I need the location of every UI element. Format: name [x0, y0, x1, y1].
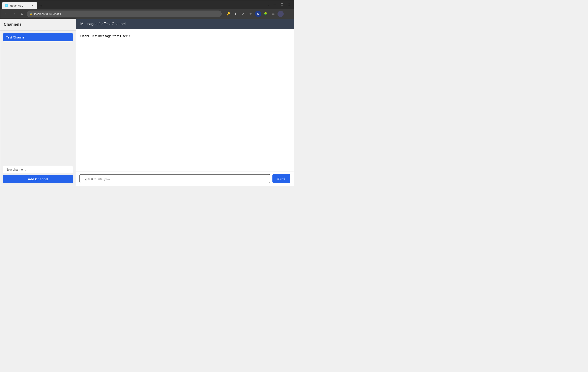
add-channel-button[interactable]: Add Channel [3, 175, 73, 183]
message-input[interactable] [79, 174, 270, 183]
app-content: Channels Test Channel Add Channel Messag… [0, 19, 294, 186]
back-button[interactable]: ← [3, 11, 9, 17]
message-item: User1: Test message from User1! [80, 33, 289, 39]
new-channel-input[interactable] [3, 166, 73, 173]
new-tab-button[interactable]: + [38, 3, 44, 9]
browser-actions: 🔑 ⬇ ↗ ☆ S 🧩 ▭ ⋮ [225, 11, 291, 17]
send-button[interactable]: Send [273, 174, 290, 183]
extension-shield-icon[interactable]: S [255, 11, 261, 17]
window-controls: ⌄ — ❐ ✕ [268, 1, 292, 8]
browser-window: ⚛ React App ✕ + ⌄ — ❐ ✕ ← → ↻ 🔒 localhos… [0, 0, 294, 186]
chat-area: Messages for Test Channel User1: Test me… [76, 19, 294, 186]
bookmark-icon[interactable]: ☆ [248, 11, 254, 17]
profile-avatar[interactable] [277, 11, 284, 17]
sidebar: Channels Test Channel Add Channel [0, 19, 76, 186]
lock-icon: 🔒 [30, 12, 33, 15]
puzzle-icon[interactable]: 🧩 [262, 11, 269, 17]
channel-name: Test Channel [6, 35, 25, 39]
channel-item-test[interactable]: Test Channel [3, 33, 73, 41]
tab-close-button[interactable]: ✕ [31, 3, 34, 8]
active-tab[interactable]: ⚛ React App ✕ [2, 2, 37, 9]
message-sender: User1 [80, 34, 90, 38]
key-icon[interactable]: 🔑 [225, 11, 231, 17]
download-icon[interactable]: ⬇ [233, 11, 239, 17]
url-text: localhost:3000/chat/1 [34, 12, 61, 16]
channel-list: Test Channel [0, 30, 76, 163]
reload-button[interactable]: ↻ [19, 11, 25, 17]
minimize-button[interactable]: — [272, 1, 278, 8]
tab-title: React App [10, 4, 29, 7]
tab-dropdown-icon[interactable]: ⌄ [268, 3, 270, 6]
tab-favicon: ⚛ [5, 4, 8, 7]
url-bar[interactable]: 🔒 localhost:3000/chat/1 [27, 10, 222, 17]
address-bar: ← → ↻ 🔒 localhost:3000/chat/1 🔑 ⬇ ↗ ☆ S … [0, 9, 294, 19]
tab-bar: ⚛ React App ✕ + [2, 0, 44, 9]
message-input-area: Send [76, 171, 294, 186]
close-button[interactable]: ✕ [286, 1, 292, 8]
sidebar-footer: Add Channel [0, 163, 76, 186]
messages-list: User1: Test message from User1! [76, 29, 294, 171]
message-text: : Test message from User1! [90, 34, 130, 38]
share-icon[interactable]: ↗ [240, 11, 246, 17]
restore-button[interactable]: ❐ [279, 1, 285, 8]
sidebar-toggle-icon[interactable]: ▭ [270, 11, 276, 17]
menu-icon[interactable]: ⋮ [285, 11, 291, 17]
title-bar: ⚛ React App ✕ + ⌄ — ❐ ✕ [0, 0, 294, 9]
forward-button[interactable]: → [11, 11, 17, 17]
sidebar-header: Channels [0, 19, 76, 30]
chat-header: Messages for Test Channel [76, 19, 294, 29]
